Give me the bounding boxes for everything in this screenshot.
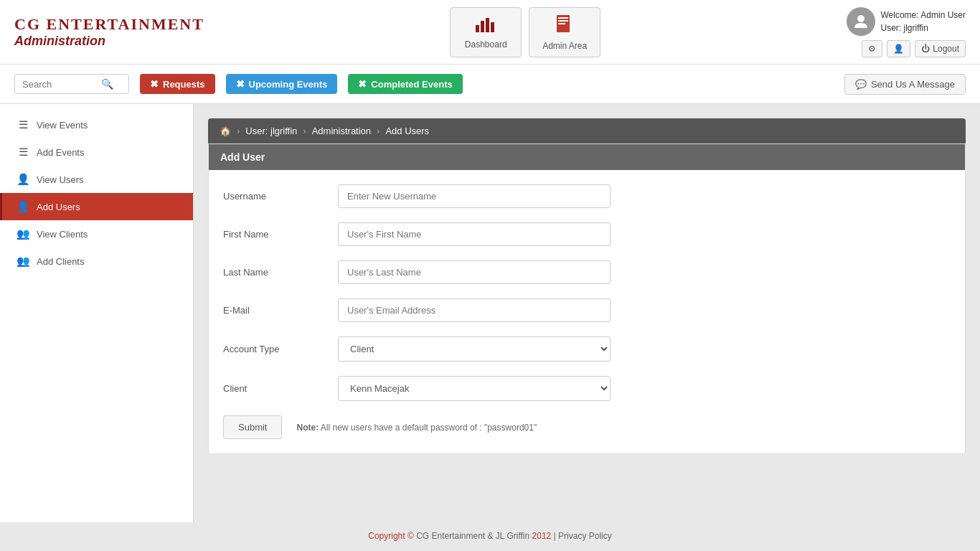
svg-rect-1 [481,21,484,32]
admin-label: Admin Area [542,41,587,51]
firstname-input[interactable] [338,222,611,246]
admin-area-button[interactable]: Admin Area [529,7,600,57]
firstname-label: First Name [223,229,338,240]
breadcrumb: 🏠 › User: jlgriffin › Administration › A… [208,118,966,143]
lastname-input[interactable] [338,260,611,284]
breadcrumb-admin: Administration [312,126,371,136]
completed-icon: ✖ [358,78,367,90]
footer-ampersand: & [488,531,494,541]
account-type-row: Account Type Client Admin Staff [223,336,951,362]
username-text: User: jlgriffin [881,22,966,34]
search-box[interactable]: 🔍 [14,74,129,94]
submit-button[interactable]: Submit [223,415,282,439]
upcoming-events-button[interactable]: ✖ Upcoming Events [226,74,338,94]
svg-rect-0 [476,25,479,32]
card-title: Add User [220,151,265,163]
logout-icon: ⏻ [921,44,930,54]
logout-label: Logout [933,44,959,54]
home-icon: 🏠 [220,126,231,136]
username-label: Username [223,191,338,202]
admin-icon [555,14,575,38]
message-icon: 💬 [855,79,867,90]
header: CG Entertainment Administration Dashboar… [0,0,980,65]
email-input[interactable] [338,298,611,322]
user-details: Welcome: Admin User User: jlgriffin [881,9,966,34]
breadcrumb-user: User: jlgriffin [245,126,297,136]
requests-label: Requests [163,79,205,90]
submit-row: Submit Note: All new users have a defaul… [223,415,951,439]
search-input[interactable] [22,79,101,90]
logo-bottom: Administration [14,34,204,49]
client-row: Client Kenn Macejak Other Client [223,376,951,401]
dashboard-button[interactable]: Dashboard [450,7,522,57]
completed-label: Completed Events [371,79,452,90]
username-input[interactable] [338,184,611,208]
list-icon: ☰ [17,118,29,131]
search-icon: 🔍 [101,78,113,90]
upcoming-label: Upcoming Events [249,79,328,90]
note-prefix: Note: [296,423,319,433]
requests-icon: ✖ [150,78,159,90]
copyright-label: Copyright © [368,531,414,541]
clients-view-icon: 👥 [17,227,29,240]
user-add-icon: 👤 [17,200,29,213]
footer-jl: JL Griffin [496,531,532,541]
lastname-row: Last Name [223,260,951,284]
svg-rect-3 [491,22,494,32]
user-view-icon: 👤 [17,173,29,186]
send-message-label: Send Us A Message [871,79,955,90]
sidebar: ☰ View Events ☰ Add Events 👤 View Users … [0,104,194,522]
card-header: Add User [209,144,965,170]
user-actions: ⚙ 👤 ⏻ Logout [862,40,966,57]
client-select[interactable]: Kenn Macejak Other Client [338,376,611,401]
dashboard-label: Dashboard [465,39,507,50]
svg-rect-5 [558,17,568,19]
completed-events-button[interactable]: ✖ Completed Events [348,74,462,94]
sidebar-item-add-events[interactable]: ☰ Add Events [0,138,193,166]
avatar [847,7,875,36]
dashboard-icon [475,15,496,37]
sidebar-item-add-clients[interactable]: 👥 Add Clients [0,248,193,275]
sidebar-label-view-users: View Users [37,174,84,185]
requests-button[interactable]: ✖ Requests [140,74,215,94]
content: 🏠 › User: jlgriffin › Administration › A… [194,104,980,522]
logo-top: CG Entertainment [14,15,204,34]
sidebar-label-add-clients: Add Clients [37,256,84,267]
nav-buttons: Dashboard Admin Area [450,7,600,57]
footer-company: CG Entertainment [416,531,487,541]
svg-rect-6 [558,20,568,22]
send-message-button[interactable]: 💬 Send Us A Message [844,74,966,95]
upcoming-icon: ✖ [236,78,245,90]
email-row: E-Mail [223,298,951,322]
svg-rect-7 [558,23,565,24]
logout-button[interactable]: ⏻ Logout [915,40,966,57]
sidebar-item-add-users[interactable]: 👤 Add Users [0,193,193,220]
svg-point-8 [857,15,864,22]
footer: Copyright © CG Entertainment & JL Griffi… [0,522,980,550]
email-label: E-Mail [223,305,338,316]
sidebar-item-view-users[interactable]: 👤 View Users [0,166,193,193]
client-label: Client [223,383,338,394]
settings-button[interactable]: ⚙ [862,40,882,57]
username-row: Username [223,184,951,208]
main-layout: ☰ View Events ☰ Add Events 👤 View Users … [0,104,980,522]
profile-button[interactable]: 👤 [887,40,910,57]
clients-add-icon: 👥 [17,255,29,268]
welcome-text: Welcome: Admin User [881,9,966,22]
sidebar-item-view-events[interactable]: ☰ View Events [0,111,193,138]
footer-year: 2012 [532,531,552,541]
account-type-select[interactable]: Client Admin Staff [338,336,611,362]
sidebar-item-view-clients[interactable]: 👥 View Clients [0,220,193,248]
privacy-policy-link[interactable]: Privacy Policy [558,531,612,541]
sidebar-label-view-clients: View Clients [37,229,88,240]
user-icon: 👤 [893,44,904,54]
sidebar-label-add-events: Add Events [37,147,85,158]
user-info: Welcome: Admin User User: jlgriffin [847,7,966,36]
sidebar-label-view-events: View Events [37,120,88,131]
svg-rect-2 [486,18,489,32]
gear-icon: ⚙ [868,44,876,54]
breadcrumb-add-users: Add Users [385,126,429,136]
list-add-icon: ☰ [17,146,29,159]
logo: CG Entertainment Administration [14,15,204,49]
note-text: Note: All new users have a default passw… [296,415,537,433]
